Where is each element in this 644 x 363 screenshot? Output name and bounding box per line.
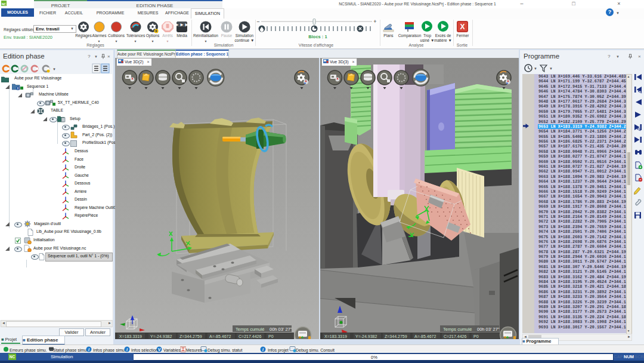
svg-text:Y=-24.9382: Y=-24.9382	[355, 334, 377, 339]
svg-text:Z=344.2759: Z=344.2759	[385, 334, 407, 339]
svg-text:Z=344.2759: Z=344.2759	[179, 334, 202, 339]
svg-text:▼: ▼	[52, 67, 56, 71]
svg-text:00h 03' 27": 00h 03' 27"	[270, 327, 292, 332]
svg-text:▼: ▼	[534, 67, 537, 70]
svg-text:−: −	[256, 19, 259, 24]
svg-text:A=-85.4672: A=-85.4672	[209, 334, 231, 339]
svg-text:C=217.4426: C=217.4426	[444, 334, 466, 339]
svg-text:P0: P0	[473, 334, 479, 339]
svg-text:X=183.3319: X=183.3319	[119, 334, 142, 339]
svg-text:V: V	[158, 347, 161, 352]
svg-text:Temps cumulé: Temps cumulé	[236, 327, 264, 332]
svg-text:Temps cumulé: Temps cumulé	[443, 327, 472, 332]
svg-text:►►►: ►►►	[175, 22, 189, 27]
svg-text:P0: P0	[268, 334, 274, 339]
svg-text:X: X	[460, 23, 465, 31]
svg-text:00h 03' 27": 00h 03' 27"	[477, 327, 500, 332]
svg-text:C=217.4426: C=217.4426	[239, 334, 261, 339]
svg-text:A=-85.4672: A=-85.4672	[414, 334, 436, 339]
svg-text:8: 8	[17, 87, 19, 90]
svg-text:+: +	[373, 19, 376, 24]
svg-text:▼: ▼	[549, 67, 553, 70]
svg-text:X=183.3319: X=183.3319	[324, 334, 347, 339]
svg-text:Y=-24.9382: Y=-24.9382	[150, 334, 172, 339]
